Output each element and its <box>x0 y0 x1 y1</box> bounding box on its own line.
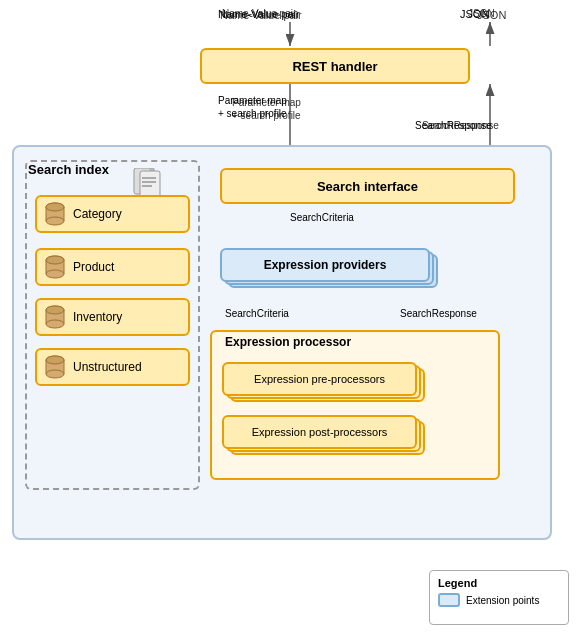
category-label: Category <box>73 207 122 221</box>
pre-front: Expression pre-processors <box>222 362 417 396</box>
expression-processor-label: Expression processor <box>225 335 351 349</box>
unstructured-label: Unstructured <box>73 360 142 374</box>
inventory-index-item: Inventory <box>35 298 190 336</box>
legend-box: Legend Extension points <box>429 570 569 625</box>
post-front: Expression post-processors <box>222 415 417 449</box>
search-criteria-bottom-arrow-label: SearchCriteria <box>225 308 289 319</box>
legend-box-sample <box>438 593 460 607</box>
expr-providers-front: Expression providers <box>220 248 430 282</box>
svg-point-38 <box>46 320 64 328</box>
param-map-arrow-label: Parameter map+ search profile <box>218 94 287 120</box>
unstructured-cylinder-icon <box>45 355 65 379</box>
svg-point-32 <box>46 270 64 278</box>
svg-point-39 <box>46 306 64 314</box>
product-label: Product <box>73 260 114 274</box>
search-criteria-top-arrow-label: SearchCriteria <box>290 212 354 223</box>
name-value-arrow-label: Name-Value pair <box>218 8 300 20</box>
category-cylinder-icon <box>45 202 65 226</box>
legend-item: Extension points <box>438 593 560 607</box>
diagram-container: Name-Value pair JSON Parameter map+ sear… <box>0 0 581 635</box>
post-processors-label: Expression post-processors <box>252 426 388 438</box>
product-index-item: Product <box>35 248 190 286</box>
expression-processor-box <box>210 330 500 480</box>
search-interface-box: Search interface <box>220 168 515 204</box>
product-cylinder-icon <box>45 255 65 279</box>
rest-handler-label: REST handler <box>292 59 377 74</box>
svg-point-33 <box>46 256 64 264</box>
legend-title: Legend <box>438 577 560 589</box>
svg-point-45 <box>46 356 64 364</box>
search-index-label: Search index <box>28 162 109 177</box>
svg-point-44 <box>46 370 64 378</box>
svg-point-27 <box>46 203 64 211</box>
inventory-label: Inventory <box>73 310 122 324</box>
svg-point-26 <box>46 217 64 225</box>
legend-extension-points: Extension points <box>466 595 539 606</box>
expr-providers-label: Expression providers <box>264 258 387 272</box>
expression-providers-stack: Expression providers <box>220 248 430 288</box>
unstructured-index-item: Unstructured <box>35 348 190 386</box>
pre-processors-label: Expression pre-processors <box>254 373 385 385</box>
search-interface-label: Search interface <box>317 179 418 194</box>
pre-processor-stack: Expression pre-processors <box>222 362 417 402</box>
inventory-cylinder-icon <box>45 305 65 329</box>
rest-handler-box: REST handler <box>200 48 470 84</box>
json-arrow-label: JSON <box>460 8 489 20</box>
search-response-bottom-arrow-label: SearchResponse <box>400 308 477 319</box>
category-index-item: Category <box>35 195 190 233</box>
search-response-top-arrow-label: SearchResponse <box>415 120 492 131</box>
